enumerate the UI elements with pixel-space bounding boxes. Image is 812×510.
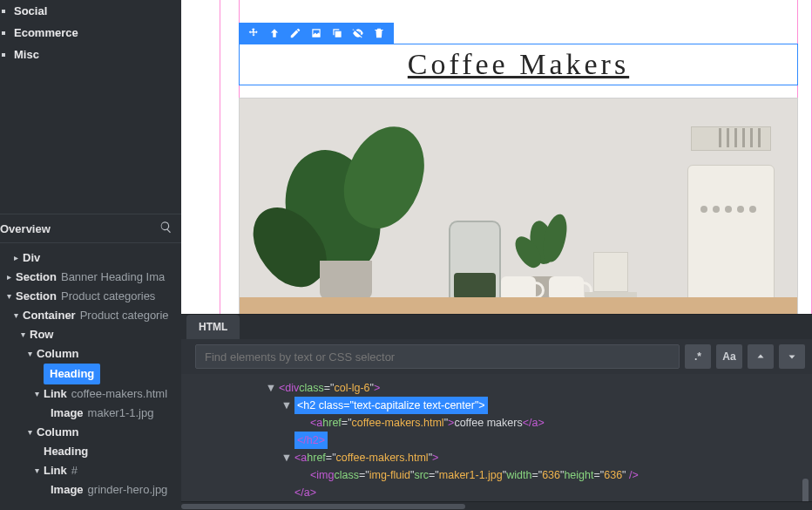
tree-row[interactable]: ▾SectionProduct categories	[0, 287, 181, 306]
scrollbar-horizontal[interactable]	[181, 501, 812, 510]
tree-row[interactable]: Heading	[0, 364, 181, 384]
next-match-button[interactable]	[779, 344, 805, 369]
code-line[interactable]: <img class="img-fluid" src="maker1-1.jpg…	[265, 466, 812, 484]
tree-sublabel: maker1-1.jpg	[88, 404, 154, 423]
right-area: Coffee Makers HTML	[181, 0, 812, 510]
html-code[interactable]: ▼ <div class="col-lg-6">▼ <h2 class="tex…	[181, 374, 812, 501]
up-icon[interactable]	[268, 27, 281, 39]
tree-row[interactable]: ▾Link#	[0, 461, 181, 480]
tree-row[interactable]: ▸SectionBanner Heading Ima	[0, 268, 181, 287]
html-search-input[interactable]	[195, 344, 680, 369]
overview-header: Overview	[0, 214, 181, 243]
product-image[interactable]	[239, 98, 798, 314]
tree-row[interactable]: ▾Column	[0, 423, 181, 442]
tree-label: Container	[23, 306, 76, 325]
tree-label: Heading	[44, 442, 88, 461]
html-searchbar: .* Aa	[181, 339, 812, 374]
block-categories: Social Ecommerce Misc	[0, 0, 181, 65]
tree-toggle[interactable]: ▸	[12, 248, 19, 268]
tree-toggle[interactable]: ▾	[5, 287, 12, 306]
left-panel: Social Ecommerce Misc Overview ▸Div▸Sect…	[0, 0, 181, 510]
tree-row[interactable]: ▾Row	[0, 325, 181, 344]
overview-tree: ▸Div▸SectionBanner Heading Ima▾SectionPr…	[0, 243, 181, 500]
image-icon[interactable]	[310, 27, 322, 39]
code-line[interactable]: ▼ <h2 class="text-capitalize text-center…	[265, 397, 812, 414]
tree-row[interactable]: Imagegrinder-hero.jpg	[0, 480, 181, 500]
block-group-label: Ecommerce	[14, 26, 78, 39]
edit-icon[interactable]	[289, 27, 301, 39]
tree-row[interactable]: ▾ContainerProduct categorie	[0, 306, 181, 325]
tree-toggle[interactable]: ▾	[26, 344, 33, 364]
tree-label: Image	[51, 480, 84, 500]
tree-toggle[interactable]: ▾	[33, 384, 40, 404]
tree-label: Row	[30, 325, 53, 344]
tree-label: Column	[37, 423, 78, 442]
move-icon[interactable]	[247, 27, 260, 39]
panel-tabs: HTML	[181, 315, 812, 339]
tree-row[interactable]: ▸Div	[0, 248, 181, 268]
tree-row[interactable]: Heading	[0, 442, 181, 461]
overview-title: Overview	[0, 222, 51, 235]
selection-toolbar	[239, 23, 394, 44]
html-panel: HTML .* Aa ▼ <div class="col-lg-6">▼ <h2…	[181, 314, 812, 510]
tree-row[interactable]: ▾Column	[0, 344, 181, 364]
selected-heading[interactable]: Coffee Makers	[239, 44, 798, 85]
copy-icon[interactable]	[331, 27, 343, 39]
canvas[interactable]: Coffee Makers	[181, 0, 812, 314]
tree-sublabel: Product categories	[61, 287, 155, 306]
code-line[interactable]: <a href="coffee-makers.html">coffee make…	[265, 414, 812, 432]
block-group-label: Social	[14, 4, 47, 17]
tree-sublabel: Banner Heading Ima	[61, 268, 165, 287]
tree-label: Column	[37, 344, 78, 364]
matchcase-button[interactable]: Aa	[716, 344, 742, 369]
regex-button[interactable]: .*	[685, 344, 711, 369]
search-icon[interactable]	[159, 221, 173, 236]
tree-label: Section	[16, 268, 57, 287]
block-group-social[interactable]: Social	[0, 0, 181, 22]
tree-toggle[interactable]: ▾	[12, 306, 19, 325]
tree-label: Image	[51, 404, 84, 423]
code-line[interactable]: </a>	[265, 484, 812, 501]
tree-label: Link	[44, 384, 67, 404]
tree-label: Div	[23, 248, 40, 268]
heading-text: Coffee Makers	[243, 48, 794, 81]
tree-label: Section	[16, 287, 57, 306]
tree-label: Heading	[44, 364, 100, 384]
tree-sublabel: coffee-makers.html	[71, 384, 167, 404]
tree-label: Link	[44, 461, 67, 480]
code-line[interactable]: ▼ <a href="coffee-makers.html">	[265, 449, 812, 466]
tree-row[interactable]: Imagemaker1-1.jpg	[0, 404, 181, 423]
tree-sublabel: grinder-hero.jpg	[88, 480, 168, 500]
tree-toggle[interactable]: ▾	[26, 423, 33, 442]
code-line[interactable]: ▼ <div class="col-lg-6">	[265, 379, 812, 397]
delete-icon[interactable]	[373, 27, 385, 39]
block-group-misc[interactable]: Misc	[0, 44, 181, 65]
prev-match-button[interactable]	[748, 344, 774, 369]
block-group-label: Misc	[14, 48, 39, 61]
tree-toggle[interactable]: ▸	[5, 268, 12, 287]
tree-row[interactable]: ▾Linkcoffee-makers.html	[0, 384, 181, 404]
block-group-ecommerce[interactable]: Ecommerce	[0, 22, 181, 44]
tree-sublabel: Product categorie	[80, 306, 169, 325]
tree-toggle[interactable]: ▾	[33, 461, 40, 480]
tab-html[interactable]: HTML	[186, 315, 240, 339]
tree-toggle[interactable]: ▾	[19, 325, 26, 344]
tree-sublabel: #	[71, 461, 78, 480]
hide-icon[interactable]	[352, 27, 364, 39]
code-line[interactable]: </h2>	[265, 432, 812, 449]
